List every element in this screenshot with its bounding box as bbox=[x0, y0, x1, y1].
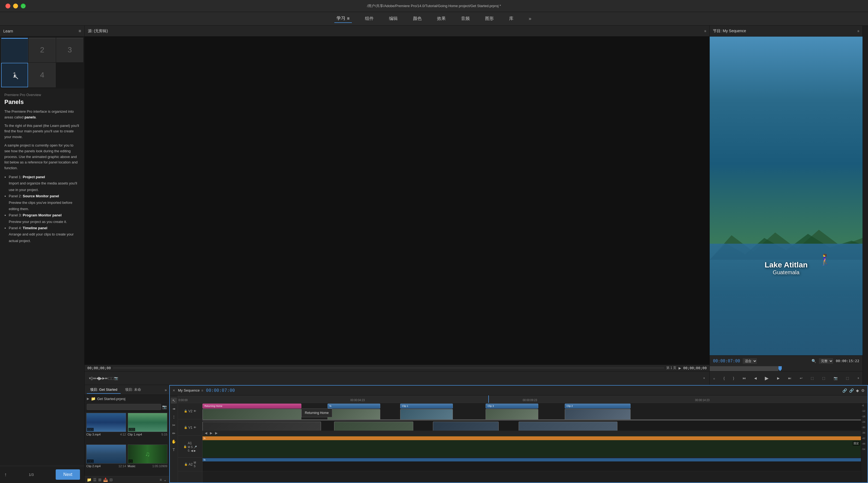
source-ctrl-overwrite[interactable]: ⬚ bbox=[111, 376, 114, 380]
program-fit-dropdown[interactable]: 适合 bbox=[743, 358, 757, 364]
tool-select[interactable]: ↖ bbox=[171, 397, 177, 404]
source-ctrl-add[interactable]: + bbox=[703, 376, 705, 380]
program-monitor-menu-icon[interactable]: ≡ bbox=[857, 29, 859, 33]
prog-frame-fwd[interactable]: ▶ bbox=[777, 376, 780, 380]
nav-library[interactable]: 库 bbox=[507, 15, 516, 23]
clip-returning-home-label[interactable]: Returning Home bbox=[203, 404, 301, 409]
clip-2-label[interactable]: Clip 2 bbox=[565, 404, 630, 409]
track-a1-mic[interactable]: 🎤 bbox=[193, 446, 197, 449]
project-chevron-icon[interactable]: ⌄ bbox=[163, 478, 167, 482]
timeline-db-scrollbar[interactable]: -6 -12 -18 -24 -30 -36 -42 -48 -54 bbox=[861, 403, 867, 482]
clip-2-thumbnail[interactable]: ⬚⬚ bbox=[86, 445, 126, 463]
project-list-icon[interactable]: ☰ bbox=[93, 478, 97, 482]
nav-edit[interactable]: 编辑 bbox=[387, 15, 400, 23]
source-ctrl-frame-fwd[interactable]: ▶ bbox=[102, 376, 105, 380]
source-ctrl-insert[interactable]: ⬚ bbox=[108, 376, 111, 380]
prog-play[interactable]: ▶ bbox=[765, 375, 769, 381]
nav-effects[interactable]: 效果 bbox=[435, 15, 448, 23]
prog-frame-back[interactable]: ◀ bbox=[754, 376, 756, 380]
project-tabs-more[interactable]: » bbox=[164, 388, 167, 392]
prog-brace-open[interactable]: { bbox=[723, 376, 725, 380]
nav-learn[interactable]: 学习 ≡ bbox=[334, 14, 351, 23]
clip-1-label[interactable]: Clip 1 bbox=[400, 404, 453, 409]
prog-extract[interactable]: ⬚ bbox=[811, 376, 814, 380]
tool-pen[interactable]: ✏ bbox=[171, 430, 177, 436]
v1-ctrl-next[interactable]: ▶ bbox=[215, 431, 218, 435]
learn-thumb-4[interactable]: 4 bbox=[29, 63, 56, 87]
track-a2-s[interactable]: S bbox=[194, 465, 196, 468]
v1-ctrl-prev[interactable]: ◀ bbox=[205, 431, 207, 435]
track-a2-m[interactable]: M bbox=[194, 461, 196, 464]
project-grid-icon[interactable]: ⊞ bbox=[98, 478, 101, 482]
source-monitor-menu-icon[interactable]: ≡ bbox=[704, 29, 706, 33]
clip-fx-1[interactable]: fx bbox=[328, 404, 380, 409]
prog-lift[interactable]: ⬚ bbox=[822, 376, 825, 380]
clip-3-thumbnail[interactable]: ⬚⬚ bbox=[86, 413, 126, 432]
scroll-up-icon[interactable]: ↑ bbox=[4, 472, 7, 478]
source-ctrl-step-back[interactable]: ⏮ bbox=[93, 376, 96, 380]
close-button[interactable] bbox=[5, 4, 10, 8]
prog-brace-close[interactable]: } bbox=[733, 376, 734, 380]
project-import-icon[interactable]: 📥 bbox=[103, 478, 108, 482]
track-v1-eye[interactable]: 👁 bbox=[193, 426, 196, 429]
project-search-input[interactable] bbox=[87, 404, 161, 410]
project-new-bin-icon[interactable]: 📁 bbox=[87, 478, 91, 482]
tool-razor[interactable]: ✂ bbox=[171, 422, 177, 428]
project-slider-icon[interactable]: ⊟ bbox=[110, 478, 113, 482]
minimize-button[interactable] bbox=[13, 4, 18, 8]
clip-music-thumbnail[interactable]: ♫ ⬚ bbox=[128, 445, 167, 463]
tool-ripple-edit[interactable]: ⋮ bbox=[171, 414, 177, 420]
learn-panel-menu-icon[interactable]: ≡ bbox=[79, 29, 81, 34]
track-a2-lock[interactable]: 🔓 bbox=[184, 463, 188, 466]
prog-add[interactable]: + bbox=[857, 376, 859, 380]
nav-audio[interactable]: 音频 bbox=[459, 15, 472, 23]
program-complete-dropdown[interactable]: 完整 bbox=[819, 358, 833, 364]
tree-arrow[interactable]: ▶ bbox=[87, 397, 89, 400]
tool-text[interactable]: T bbox=[171, 447, 177, 453]
track-v1-lock[interactable]: 🔓 bbox=[184, 426, 187, 429]
timeline-snap-icon[interactable]: 🔗 bbox=[842, 388, 847, 393]
track-v2-eye[interactable]: 👁 bbox=[193, 410, 196, 413]
learn-thumb-2[interactable]: 2 bbox=[29, 38, 56, 62]
prog-step-fwd[interactable]: ⏭ bbox=[788, 376, 791, 380]
program-timebar[interactable] bbox=[710, 366, 863, 371]
project-tab-get-started[interactable]: 项目: Get Started bbox=[87, 386, 121, 394]
source-ctrl-play[interactable]: ▶ bbox=[98, 375, 102, 381]
project-camera-icon[interactable]: 📷 bbox=[162, 405, 167, 409]
learn-thumb-main[interactable] bbox=[1, 38, 28, 62]
track-a1-lock[interactable]: 🔓 bbox=[183, 445, 187, 448]
prog-export[interactable]: ⬚ bbox=[846, 376, 849, 380]
tool-track-select[interactable]: ↠ bbox=[171, 406, 177, 412]
prog-step-back[interactable]: ⏮ bbox=[742, 376, 746, 380]
timeline-tab-close[interactable]: ✕ bbox=[173, 389, 175, 392]
track-v2-lock[interactable]: 🔓 bbox=[184, 410, 187, 413]
home-icon[interactable]: ⌂ bbox=[22, 3, 25, 9]
timeline-link-icon[interactable]: 🔗 bbox=[849, 388, 854, 393]
nav-color[interactable]: 颜色 bbox=[411, 15, 424, 23]
timeline-marker-icon[interactable]: ◆ bbox=[856, 388, 859, 393]
clip-1-thumbnail[interactable]: ⬚⬚ bbox=[128, 413, 167, 432]
timeline-timecode[interactable]: 00:00:07:00 bbox=[206, 388, 235, 393]
right-scrollbar[interactable] bbox=[863, 26, 868, 385]
prog-camera[interactable]: 📷 bbox=[834, 376, 838, 380]
timeline-tab[interactable]: My Sequence ≡ bbox=[178, 388, 203, 392]
learn-thumb-3[interactable]: 3 bbox=[56, 38, 83, 62]
v1-ctrl-play[interactable]: ▶ bbox=[210, 431, 212, 435]
program-playhead[interactable] bbox=[778, 366, 782, 371]
project-tab-unnamed[interactable]: 项目: 未命 bbox=[122, 386, 145, 394]
track-a1-m[interactable]: M bbox=[188, 446, 190, 449]
program-timecode-current[interactable]: 00:00:07:00 bbox=[713, 359, 740, 363]
source-page-arrow[interactable]: ▶ bbox=[679, 366, 681, 370]
nav-more[interactable]: » bbox=[527, 15, 534, 23]
source-ctrl-step-fwd[interactable]: ⏭ bbox=[105, 376, 108, 380]
nav-component[interactable]: 组件 bbox=[363, 15, 376, 23]
nav-graphics[interactable]: 图形 bbox=[483, 15, 496, 23]
project-settings-icon[interactable]: ≡ bbox=[160, 478, 162, 482]
source-ctrl-frame-back[interactable]: ◀ bbox=[96, 376, 98, 380]
timeline-settings-icon[interactable]: ⚙ bbox=[861, 388, 865, 393]
source-ctrl-camera[interactable]: 📷 bbox=[114, 376, 118, 380]
track-a1-vol-left[interactable]: ◀ bbox=[191, 449, 193, 452]
tool-hand[interactable]: ✋ bbox=[171, 439, 177, 445]
track-a1-vol-right[interactable]: ▶ bbox=[194, 449, 196, 452]
track-a1-s[interactable]: S bbox=[191, 446, 193, 449]
